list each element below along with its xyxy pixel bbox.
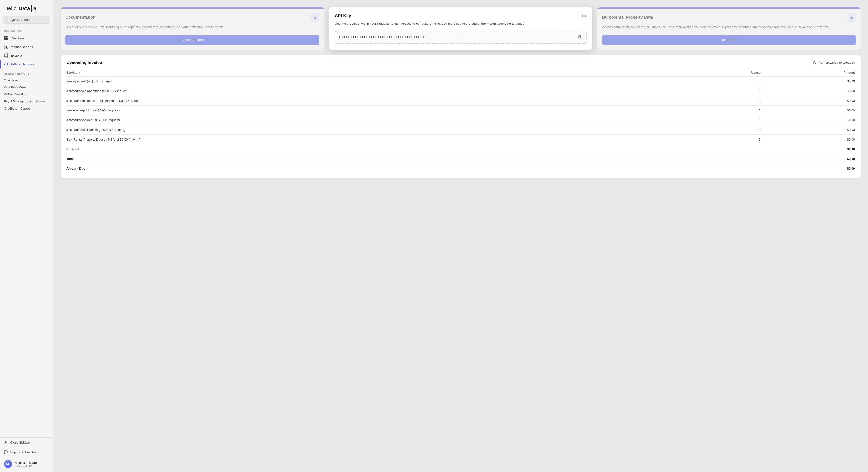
cards-grid: Documentation Discover our range of APIs…	[61, 7, 861, 50]
bulk-rental-card-body: Access data on millions of rental listin…	[597, 25, 861, 35]
table-row: /rentsource/similarities (at $0.00 / req…	[66, 125, 855, 134]
support-feedback-label: Support & Feedback	[10, 450, 39, 454]
sidebar-bottom: Close Sidebar Support & Feedback NL Nico…	[0, 437, 53, 472]
service-cell: /rentsource/pricing (at $0.00 / request)	[66, 105, 685, 115]
bulk-rental-card-description: Access data on millions of rental listin…	[602, 25, 830, 29]
refresh-icon	[813, 61, 816, 64]
api-key-dots: ••••••••••••••••••••••••••••••••••••••	[339, 35, 425, 40]
table-row: /qualityscore/* (at $0.00 / image) 0 $0.…	[66, 76, 855, 86]
close-sidebar-button[interactable]: Close Sidebar	[0, 438, 53, 447]
documentation-card-body: Discover our range of APIs, including ou…	[61, 25, 324, 35]
recent-item-2[interactable]: Willow Crossing	[0, 91, 53, 98]
table-row: /rentsource/search (at $0.00 / request) …	[66, 115, 855, 125]
sidebar-item-label-market-reports: Market Reports	[11, 45, 33, 49]
bulk-rental-card-top-bar	[597, 7, 861, 9]
service-cell: Bulk Rental Property Data by MSA (at $0.…	[66, 134, 685, 144]
usage-cell: 0	[685, 115, 761, 125]
svg-point-0	[6, 19, 8, 21]
amount-cell: $0.00	[761, 115, 855, 125]
sort-icon: ↑	[79, 71, 80, 74]
api-key-icons	[581, 13, 587, 19]
sidebar-item-explore[interactable]: Explore	[0, 51, 53, 60]
documentation-card-title: Documentation	[65, 15, 95, 20]
message-icon	[4, 450, 8, 454]
api-key-description: Use the provided key in your requests to…	[335, 21, 586, 26]
logo-hello: Hello	[4, 5, 17, 12]
usage-cell: 0	[685, 125, 761, 134]
usage-cell: 0	[685, 105, 761, 115]
total-amount: $0.00	[761, 154, 855, 163]
sidebar-item-label-apis-services: APIs & Services	[11, 63, 34, 66]
sidebar: HelloData.ai NAVIGATION Dashboard Market…	[0, 0, 53, 472]
col-header-usage: Usage	[685, 69, 761, 76]
recent-reports-label: RECENT REPORTS	[0, 69, 53, 77]
amount-cell: $0.00	[761, 134, 855, 144]
logo-ai: .ai	[32, 5, 37, 12]
amount-due-amount: $0.00	[761, 163, 855, 173]
subtotal-amount: $0.00	[761, 144, 855, 154]
api-key-header: API Key	[335, 13, 586, 19]
recent-item-4[interactable]: OneEleven Comps	[0, 105, 53, 112]
total-row: Total $0.00	[66, 154, 855, 163]
svg-rect-6	[4, 45, 5, 49]
talk-to-us-button[interactable]: Talk to Us	[602, 35, 856, 45]
documentation-card-header: Documentation	[61, 9, 324, 25]
col-header-amount: Amount	[761, 69, 855, 76]
invoice-section: Upcoming Invoice From 2/8/2024 to 3/8/20…	[61, 56, 861, 178]
logo: HelloData.ai	[4, 5, 49, 12]
service-cell: /rentsource/expense_benchmarks (at $0.00…	[66, 96, 685, 105]
avatar: NL	[4, 460, 12, 468]
api-key-title: API Key	[335, 13, 351, 19]
api-key-input-box: ••••••••••••••••••••••••••••••••••••••	[335, 31, 586, 44]
sidebar-item-market-reports[interactable]: Market Reports	[0, 42, 53, 51]
invoice-title: Upcoming Invoice	[66, 60, 102, 65]
documentation-card-icon-box	[310, 13, 319, 22]
invoice-table: Service ↑ Usage Amount /qualityscore/* (…	[66, 69, 855, 174]
documentation-card-top-bar	[61, 7, 324, 9]
svg-rect-4	[4, 38, 6, 40]
service-cell: /rentsource/similarities (at $0.00 / req…	[66, 125, 685, 134]
total-label: Total	[66, 154, 685, 163]
documentation-card: Documentation Discover our range of APIs…	[61, 7, 324, 50]
amount-due-row: Amount Due $0.00	[66, 163, 855, 173]
sidebar-item-apis-services[interactable]: APIs & Services	[0, 60, 53, 69]
code-brackets-icon	[581, 13, 587, 19]
search-box[interactable]	[3, 16, 50, 24]
svg-point-16	[579, 36, 581, 37]
recent-item-1[interactable]: Wolf Point West	[0, 84, 53, 91]
search-input[interactable]	[11, 18, 48, 22]
user-company: Hello Data, Inc.	[14, 465, 37, 467]
logo-data: Data	[17, 5, 31, 12]
invoice-date: From 2/8/2024 to 3/8/2024	[813, 61, 855, 64]
table-row: /rentsource/pricing (at $0.00 / request)…	[66, 105, 855, 115]
logo-area: HelloData.ai	[0, 0, 53, 16]
recent-item-0[interactable]: OneEleven	[0, 77, 53, 84]
user-name: Nicolas Lassaux	[14, 461, 37, 465]
api-key-card: API Key Use the provided key in your req…	[329, 7, 592, 50]
usage-cell: 0	[685, 86, 761, 96]
amount-cell: $0.00	[761, 96, 855, 105]
sidebar-item-dashboard[interactable]: Dashboard	[0, 34, 53, 42]
svg-rect-7	[6, 46, 6, 49]
recent-item-3[interactable]: Royal Park Apartment Homes	[0, 98, 53, 105]
book-icon	[4, 53, 8, 58]
service-cell: /rentsource/search (at $0.00 / request)	[66, 115, 685, 125]
svg-rect-2	[4, 36, 6, 37]
main-content: Documentation Discover our range of APIs…	[53, 0, 868, 472]
service-cell: /rentsource/comparables (at $0.00 / requ…	[66, 86, 685, 96]
bar-chart-icon	[849, 15, 854, 20]
user-area[interactable]: NL Nicolas Lassaux Hello Data, Inc.	[0, 457, 53, 472]
table-row: /rentsource/comparables (at $0.00 / requ…	[66, 86, 855, 96]
documentation-button[interactable]: Documentation	[65, 35, 319, 45]
subtotal-label: Subtotal	[66, 144, 685, 154]
amount-due-label: Amount Due	[66, 163, 685, 173]
svg-rect-3	[6, 36, 8, 37]
eye-icon[interactable]	[578, 35, 582, 40]
bulk-rental-card-footer: Talk to Us	[597, 35, 861, 50]
support-feedback-button[interactable]: Support & Feedback	[0, 447, 53, 457]
table-row: Bulk Rental Property Data by MSA (at $0.…	[66, 134, 855, 144]
svg-rect-8	[7, 47, 8, 49]
bulk-rental-card-title: Bulk Rental Property Data	[602, 15, 653, 20]
sidebar-item-label-explore: Explore	[11, 54, 22, 57]
search-icon	[6, 18, 9, 22]
